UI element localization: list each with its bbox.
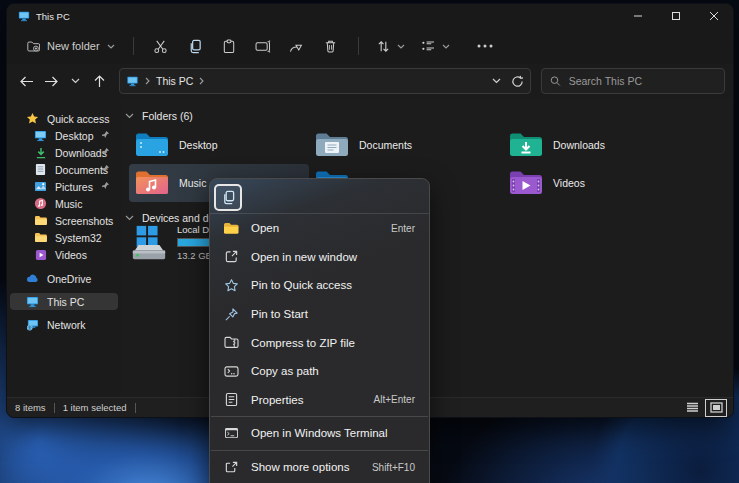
desktop-folder-icon xyxy=(135,131,169,159)
this-pc-icon xyxy=(17,10,30,23)
menu-item-copy-as-path[interactable]: Copy as path xyxy=(210,357,429,386)
sidebar-item-label: Videos xyxy=(55,249,87,261)
sidebar-item-desktop[interactable]: Desktop xyxy=(10,127,118,144)
menu-item-pin-quick-access[interactable]: Pin to Quick access xyxy=(210,271,429,300)
copy-path-icon xyxy=(223,363,239,379)
shortcut-label: Shift+F10 xyxy=(372,462,415,473)
pushpin-icon xyxy=(223,306,239,322)
up-button[interactable] xyxy=(87,69,111,93)
downloads-folder-icon xyxy=(509,131,543,159)
share-button[interactable] xyxy=(282,33,312,59)
sidebar-item-music[interactable]: Music xyxy=(10,195,118,212)
open-folder-icon xyxy=(223,220,239,236)
address-dropdown-icon[interactable] xyxy=(492,78,501,84)
breadcrumb-this-pc[interactable]: This PC xyxy=(156,75,193,87)
delete-button[interactable] xyxy=(316,33,346,59)
recent-locations-button[interactable] xyxy=(63,69,87,93)
chevron-down-icon xyxy=(397,44,405,49)
sidebar-item-downloads[interactable]: Downloads xyxy=(10,144,118,161)
new-folder-icon xyxy=(27,40,40,53)
sidebar-item-label: Network xyxy=(47,319,86,331)
sidebar-item-system32[interactable]: System32 xyxy=(10,229,118,246)
new-window-icon xyxy=(223,249,239,265)
pin-icon xyxy=(101,164,110,173)
menu-item-open[interactable]: Open Enter xyxy=(210,214,429,243)
sidebar-item-label: Music xyxy=(55,198,82,210)
zip-folder-icon xyxy=(223,335,239,351)
sidebar-item-quick-access[interactable]: Quick access xyxy=(10,110,118,127)
details-view-button[interactable] xyxy=(683,401,701,415)
menu-item-open-new-window[interactable]: Open in new window xyxy=(210,243,429,272)
navigation-pane: Quick access Desktop Downloads Documents… xyxy=(7,98,121,397)
item-count: 8 items xyxy=(15,402,46,413)
folder-label: Downloads xyxy=(553,139,605,151)
terminal-icon xyxy=(223,425,239,441)
chevron-down-icon xyxy=(442,44,450,49)
folder-label: Music xyxy=(179,177,206,189)
menu-item-open-windows-terminal[interactable]: Open in Windows Terminal xyxy=(210,419,429,448)
network-icon xyxy=(26,318,39,331)
folder-tile-documents[interactable]: Documents xyxy=(309,126,489,164)
large-icons-view-button[interactable] xyxy=(707,401,725,415)
sort-icon xyxy=(377,40,390,53)
sidebar-item-label: Screenshots xyxy=(55,215,113,227)
menu-item-pin-start[interactable]: Pin to Start xyxy=(210,300,429,329)
sidebar-item-this-pc[interactable]: This PC xyxy=(10,293,118,310)
sort-button[interactable] xyxy=(371,36,411,57)
sidebar-item-screenshots[interactable]: Screenshots xyxy=(10,212,118,229)
breadcrumb-chevron-icon xyxy=(145,77,150,85)
sidebar-item-pictures[interactable]: Pictures xyxy=(10,178,118,195)
folder-label: Desktop xyxy=(179,139,218,151)
rename-button[interactable] xyxy=(248,33,278,59)
shortcut-label: Enter xyxy=(391,223,415,234)
onedrive-cloud-icon xyxy=(26,272,39,285)
drive-tile-local-disk[interactable]: Local Disk 13.2 GB fr xyxy=(129,224,221,262)
menu-item-compress-zip[interactable]: Compress to ZIP file xyxy=(210,328,429,357)
pin-star-icon xyxy=(223,277,239,293)
forward-button[interactable] xyxy=(39,69,63,93)
sidebar-item-onedrive[interactable]: OneDrive xyxy=(10,270,118,287)
properties-icon xyxy=(223,392,239,408)
folders-section-header[interactable]: Folders (6) xyxy=(125,110,193,122)
chevron-down-icon xyxy=(107,44,115,49)
videos-icon xyxy=(34,248,47,261)
pin-icon xyxy=(101,147,110,156)
back-button[interactable] xyxy=(15,69,39,93)
sidebar-item-documents[interactable]: Documents xyxy=(10,161,118,178)
titlebar: This PC xyxy=(7,4,733,28)
maximize-button[interactable] xyxy=(657,4,695,28)
local-disk-icon xyxy=(129,224,169,262)
folder-tile-downloads[interactable]: Downloads xyxy=(503,126,683,164)
sidebar-item-videos[interactable]: Videos xyxy=(10,246,118,263)
star-icon xyxy=(26,112,39,125)
folder-tile-desktop[interactable]: Desktop xyxy=(129,126,309,164)
minimize-button[interactable] xyxy=(619,4,657,28)
folder-tile-videos[interactable]: Videos xyxy=(503,164,683,202)
menu-separator xyxy=(211,416,428,417)
menu-item-properties[interactable]: Properties Alt+Enter xyxy=(210,386,429,415)
new-folder-button[interactable]: New folder xyxy=(21,36,121,57)
sidebar-item-label: Downloads xyxy=(55,147,107,159)
refresh-icon[interactable] xyxy=(511,75,524,88)
cut-button[interactable] xyxy=(146,33,176,59)
sidebar-item-network[interactable]: Network xyxy=(10,316,118,333)
copy-button[interactable] xyxy=(180,33,210,59)
search-box[interactable] xyxy=(541,68,725,94)
paste-button[interactable] xyxy=(214,33,244,59)
search-input[interactable] xyxy=(569,75,716,87)
desktop-icon xyxy=(34,129,47,142)
copy-icon-button[interactable] xyxy=(214,184,242,211)
folder-label: Documents xyxy=(359,139,412,151)
toolbar-divider xyxy=(358,37,359,55)
pin-icon xyxy=(101,181,110,190)
copy-icon xyxy=(222,190,235,205)
see-more-button[interactable] xyxy=(470,33,500,59)
address-bar[interactable]: This PC xyxy=(119,68,531,94)
menu-item-show-more-options[interactable]: Show more options Shift+F10 xyxy=(210,453,429,482)
close-button[interactable] xyxy=(695,4,733,28)
sidebar-item-label: OneDrive xyxy=(47,273,91,285)
show-more-icon xyxy=(223,459,239,475)
search-icon xyxy=(550,75,561,87)
documents-folder-icon xyxy=(315,131,349,159)
view-button[interactable] xyxy=(415,36,456,56)
